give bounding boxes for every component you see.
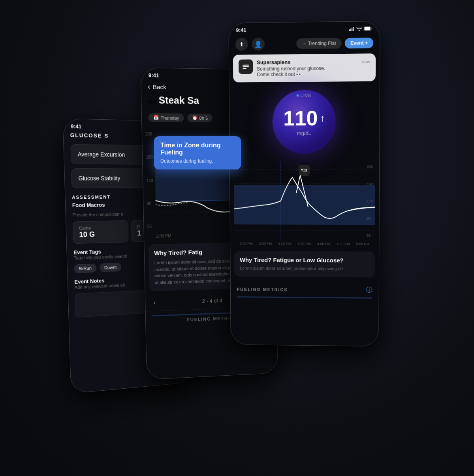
svg-line-18: [234, 218, 375, 219]
status-icons-right: [349, 26, 372, 31]
svg-rect-13: [243, 66, 249, 67]
svg-rect-7: [352, 28, 352, 31]
share-icon: ⬆: [239, 41, 244, 47]
notif-content: Supersapiens now Something rushed your g…: [257, 58, 370, 77]
status-bar-right: 9:41: [229, 21, 380, 36]
event-button[interactable]: Event +: [345, 38, 373, 48]
glucose-orb-area: LIVE 110 ↑ mg/dL: [229, 81, 380, 162]
time-right: 9:41: [236, 27, 246, 33]
glucose-unit: mg/dL: [283, 130, 325, 136]
supersapiens-logo-icon: [242, 64, 250, 70]
phone-right: 9:41 ⬆ 👤 → Trending Flat: [228, 21, 380, 346]
right-header: ⬆ 👤 → Trending Flat Event +: [229, 34, 380, 55]
tooltip-title: Time in Zone during Fueling: [160, 142, 235, 156]
average-excursion-label: Average Excursion: [78, 151, 125, 158]
live-badge: LIVE: [297, 93, 312, 98]
right-chart-svg: [234, 162, 375, 241]
notification-banner[interactable]: Supersapiens now Something rushed your g…: [233, 53, 376, 82]
prev-page-button[interactable]: ‹: [153, 299, 156, 306]
signal-icon-right: [349, 27, 355, 31]
trending-pill[interactable]: → Trending Flat: [296, 38, 342, 49]
right-chart-x-labels: 2:00 PM 2:30 PM 3:00 PM 3:30 PM 4:00 PM …: [234, 240, 375, 248]
glucose-trend-arrow: ↑: [320, 113, 325, 122]
svg-rect-10: [364, 27, 370, 30]
notif-header-row: Supersapiens now: [257, 58, 370, 66]
header-icons-row: ⬆ 👤: [235, 38, 265, 51]
svg-rect-8: [353, 27, 354, 31]
tag-5krun[interactable]: 5kRun: [74, 263, 96, 273]
svg-rect-12: [243, 65, 249, 66]
live-dot: [297, 94, 299, 97]
svg-rect-6: [350, 28, 351, 31]
notif-time: now: [362, 59, 370, 64]
right-chart: 🍽 200 160 120 80 55: [234, 162, 375, 241]
glucose-value-display: 110 ↑ mg/dL: [283, 107, 325, 136]
wifi-icon-right: [356, 26, 362, 30]
pagination-text: 2 - 4 of 4: [202, 297, 222, 304]
avatar-icon: 👤: [254, 40, 262, 48]
right-article-body: Lorem ipsum dolor sit amet, consectetur …: [240, 265, 369, 272]
svg-rect-5: [349, 29, 350, 31]
avatar-button[interactable]: 👤: [252, 38, 265, 51]
meal-tag-time: ⏰ 8h 5: [187, 113, 213, 122]
notif-app-name: Supersapiens: [257, 59, 291, 66]
svg-line-19: [234, 230, 375, 231]
meal-icon: 🍽: [148, 98, 156, 107]
notif-body: Something rushed your glucose. Come chec…: [257, 65, 370, 77]
back-label: Back: [152, 83, 166, 90]
header-actions: → Trending Flat Event +: [296, 38, 373, 49]
notif-app-icon: [239, 59, 253, 74]
carbs-card[interactable]: Carbs 10 G: [73, 220, 128, 244]
right-article: Why Tired? Fatigue or Low Glucose? Lorem…: [234, 251, 375, 278]
glucose-number: 110 ↑: [283, 107, 325, 128]
tooltip-bubble: Time in Zone during Fueling Outcomes dur…: [154, 136, 241, 169]
battery-icon-right: [364, 26, 372, 31]
tooltip-subtitle: Outcomes during fueling.: [160, 158, 235, 164]
info-icon[interactable]: ⓘ: [366, 286, 372, 295]
metrics-label: FUELING METRICS: [237, 287, 288, 292]
share-button[interactable]: ⬆: [235, 38, 248, 51]
calendar-icon: 📅: [153, 115, 159, 120]
time-left: 9:41: [71, 123, 82, 130]
glucose-stability-label: Glucose Stability: [78, 175, 120, 182]
tag-downt[interactable]: Downt: [100, 263, 121, 272]
meal-title: Steak Sa: [158, 94, 199, 106]
back-chevron-icon: ‹: [148, 83, 150, 91]
carbs-value: 10 G: [79, 230, 122, 239]
svg-rect-14: [243, 68, 246, 69]
clock-icon: ⏰: [192, 115, 198, 120]
right-metrics-bar: FUELING METRICS ⓘ: [231, 280, 379, 297]
time-mid: 9:41: [149, 72, 159, 79]
right-article-title: Why Tired? Fatigue or Low Glucose?: [240, 256, 369, 264]
meal-tag-day: 📅 Thursday: [148, 113, 184, 122]
